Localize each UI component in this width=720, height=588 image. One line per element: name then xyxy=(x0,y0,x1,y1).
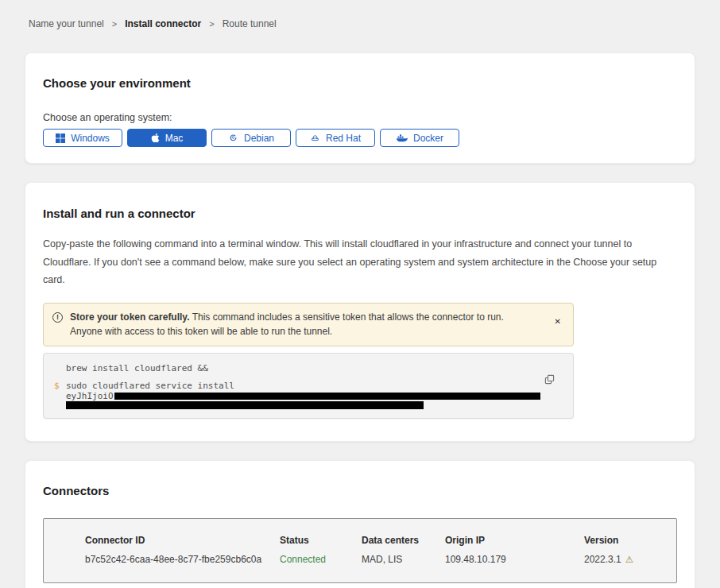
terminal-prompt: $ xyxy=(44,381,66,409)
column-header-status: Status xyxy=(280,535,362,546)
connectors-card: Connectors Connector ID Status Data cent… xyxy=(25,460,695,588)
connector-id-value: b7c52c42-6caa-48ee-8c77-fbe259cb6c0a xyxy=(85,554,280,565)
token-prefix: eyJhIjoiO xyxy=(66,392,114,401)
install-card-title: Install and run a connector xyxy=(43,207,677,220)
os-button-mac[interactable]: Mac xyxy=(127,129,207,147)
breadcrumb: Name your tunnel > Install connector > R… xyxy=(0,0,720,29)
docker-icon xyxy=(396,133,408,143)
install-command-block: brew install cloudflared && $ sudo cloud… xyxy=(43,353,574,419)
column-header-version: Version xyxy=(584,535,668,546)
os-button-label: Windows xyxy=(71,133,110,144)
apple-icon xyxy=(151,133,160,143)
column-header-data-centers: Data centers xyxy=(362,535,445,546)
debian-icon xyxy=(228,133,238,143)
windows-icon xyxy=(56,133,65,143)
breadcrumb-install-connector[interactable]: Install connector xyxy=(125,18,201,29)
os-button-label: Docker xyxy=(413,133,443,144)
os-button-docker[interactable]: Docker xyxy=(380,129,459,147)
os-select-label: Choose an operating system: xyxy=(43,112,677,123)
connectors-table: Connector ID Status Data centers Origin … xyxy=(43,518,677,583)
token-warning-banner: ! Store your token carefully. This comma… xyxy=(43,303,574,346)
os-button-debian[interactable]: Debian xyxy=(211,129,291,147)
version-value: 2022.3.1⚠ xyxy=(584,554,668,565)
os-button-label: Mac xyxy=(165,133,184,144)
os-button-label: Red Hat xyxy=(326,133,361,144)
redaction-bar xyxy=(114,393,540,400)
os-button-windows[interactable]: Windows xyxy=(43,129,122,147)
breadcrumb-name-your-tunnel[interactable]: Name your tunnel xyxy=(29,18,104,29)
red-hat-icon xyxy=(310,133,320,143)
token-warning-text: Store your token carefully. This command… xyxy=(70,310,563,339)
alert-circle-icon: ! xyxy=(52,312,63,323)
command-text: sudo cloudflared service install xyxy=(66,381,573,391)
breadcrumb-route-tunnel[interactable]: Route tunnel xyxy=(223,18,277,29)
data-centers-value: MAD, LIS xyxy=(362,554,445,565)
connectors-card-title: Connectors xyxy=(43,484,677,497)
command-line-1: brew install cloudflared && xyxy=(44,363,573,373)
close-icon[interactable]: ✕ xyxy=(553,316,563,327)
redaction-bar xyxy=(66,401,424,409)
os-button-label: Debian xyxy=(244,133,274,144)
install-card: Install and run a connector Copy-paste t… xyxy=(25,182,695,442)
column-header-origin-ip: Origin IP xyxy=(445,535,584,546)
breadcrumb-separator: > xyxy=(112,19,117,29)
column-header-connector-id: Connector ID xyxy=(85,535,280,546)
os-button-group: Windows Mac Debian xyxy=(43,129,677,147)
token-warning-title: Store your token carefully. xyxy=(70,311,190,323)
environment-card: Choose your environment Choose an operat… xyxy=(25,52,695,164)
origin-ip-value: 109.48.10.179 xyxy=(445,554,584,565)
token-line: eyJhIjoiO xyxy=(66,392,573,401)
warning-triangle-icon: ⚠ xyxy=(625,555,633,564)
command-line-2: $ sudo cloudflared service install eyJhI… xyxy=(44,381,573,409)
os-button-redhat[interactable]: Red Hat xyxy=(296,129,375,147)
install-description: Copy-paste the following command into a … xyxy=(43,235,677,289)
breadcrumb-separator: > xyxy=(209,19,214,29)
copy-icon[interactable] xyxy=(544,374,555,385)
version-number: 2022.3.1 xyxy=(584,554,621,565)
status-badge: Connected xyxy=(280,554,362,565)
environment-card-title: Choose your environment xyxy=(43,76,677,90)
